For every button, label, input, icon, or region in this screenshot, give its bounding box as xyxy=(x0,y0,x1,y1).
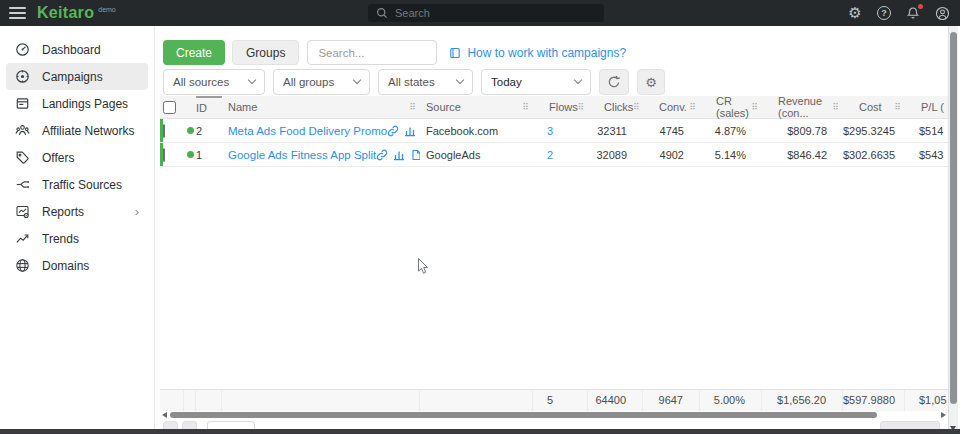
sidebar-item-offers[interactable]: Offers xyxy=(6,144,148,171)
drag-handle-icon[interactable]: ⠿ xyxy=(832,102,839,112)
user-account-icon[interactable] xyxy=(934,5,950,21)
campaign-name-link[interactable]: Google Ads Fitness App Split xyxy=(228,149,376,161)
drag-handle-icon[interactable]: ⠿ xyxy=(894,102,901,112)
campaign-note-icon[interactable] xyxy=(410,149,420,161)
row-checkbox[interactable] xyxy=(163,124,165,138)
refresh-button[interactable] xyxy=(599,69,629,95)
sources-filter-select[interactable]: All sources xyxy=(163,69,265,95)
column-header-cost[interactable]: Cost⠿ xyxy=(843,96,905,118)
drag-handle-icon[interactable]: ⠿ xyxy=(578,102,585,112)
notifications-bell-icon[interactable] xyxy=(905,5,921,21)
sidebar-item-traffic-sources[interactable]: Traffic Sources xyxy=(6,171,148,198)
vertical-scrollbar xyxy=(948,26,958,434)
landings-pages-icon xyxy=(14,96,30,112)
logo-demo-badge: demo xyxy=(98,6,116,13)
campaign-stats-icon[interactable] xyxy=(393,149,405,161)
sidebar: Dashboard Campaigns Landings Pages Affil… xyxy=(0,26,155,434)
topbar: Keitaro demo ⚙ ? xyxy=(0,0,960,26)
conversions-value: 4902 xyxy=(643,149,700,161)
flows-count-link[interactable]: 2 xyxy=(547,149,553,161)
window-bottom-edge xyxy=(0,429,960,434)
horizontal-scrollbar-thumb[interactable] xyxy=(170,412,877,418)
date-range-select[interactable]: Today xyxy=(481,69,591,95)
gear-icon: ⚙ xyxy=(645,76,657,89)
column-header-name[interactable]: Name⠿ xyxy=(222,96,420,118)
sidebar-item-reports[interactable]: Reports › xyxy=(6,198,148,225)
domains-globe-icon xyxy=(14,258,30,274)
campaign-stats-icon[interactable] xyxy=(404,125,416,137)
refresh-icon xyxy=(607,75,621,89)
clicks-value: 32311 xyxy=(588,125,643,137)
campaign-search-input[interactable] xyxy=(307,40,437,65)
column-header-revenue[interactable]: Revenue (con...⠿ xyxy=(762,96,843,118)
column-header-conv[interactable]: Conv.⠿ xyxy=(643,96,700,118)
reports-icon xyxy=(14,204,30,220)
sidebar-item-trends[interactable]: Trends xyxy=(6,225,148,252)
drag-handle-icon[interactable]: ⠿ xyxy=(409,102,416,112)
clicks-value: 32089 xyxy=(588,149,643,161)
drag-handle-icon[interactable]: ⠿ xyxy=(751,102,758,112)
groups-button[interactable]: Groups xyxy=(232,40,299,65)
cr-value: 4.87% xyxy=(700,125,762,137)
flows-count-link[interactable]: 3 xyxy=(547,125,553,137)
row-checkbox[interactable] xyxy=(163,148,165,162)
traffic-sources-icon xyxy=(14,177,30,193)
pl-value: $543 xyxy=(905,149,948,161)
drag-handle-icon[interactable]: ⠿ xyxy=(689,102,696,112)
totals-pl: $1,05 xyxy=(905,390,948,411)
drag-handle-icon[interactable]: ⠿ xyxy=(522,102,529,112)
create-button[interactable]: Create xyxy=(163,40,225,65)
column-header-flows[interactable]: Flows⠿ xyxy=(533,96,588,118)
table-settings-button[interactable]: ⚙ xyxy=(637,69,665,95)
campaign-id: 2 xyxy=(196,125,222,137)
status-column-header xyxy=(184,96,196,118)
totals-conv: 9647 xyxy=(643,390,700,411)
global-search[interactable] xyxy=(368,4,604,22)
revenue-value: $846.42 xyxy=(762,149,843,161)
column-header-clicks[interactable]: Clicks⠿ xyxy=(588,96,643,118)
chevron-down-icon xyxy=(574,76,582,84)
totals-revenue: $1,656.20 xyxy=(762,390,843,411)
column-header-id[interactable]: ID xyxy=(196,96,222,118)
cost-value: $295.3245 xyxy=(843,125,905,137)
campaigns-toolbar: Create Groups How to work with campaigns… xyxy=(163,40,626,65)
main-content: Create Groups How to work with campaigns… xyxy=(156,26,948,434)
search-icon xyxy=(376,7,388,19)
help-campaigns-link[interactable]: How to work with campaigns? xyxy=(449,46,626,60)
revenue-value: $809.78 xyxy=(762,125,843,137)
sidebar-item-affiliate-networks[interactable]: Affiliate Networks xyxy=(6,117,148,144)
sidebar-item-campaigns[interactable]: Campaigns xyxy=(6,63,148,90)
column-header-source[interactable]: Source⠿ xyxy=(420,96,533,118)
sidebar-item-dashboard[interactable]: Dashboard xyxy=(6,36,148,63)
column-header-pl[interactable]: P/L ( xyxy=(905,96,948,118)
campaign-link-icon[interactable] xyxy=(376,149,388,161)
totals-cr: 5.00% xyxy=(700,390,762,411)
help-icon[interactable]: ? xyxy=(876,5,892,21)
campaign-source: GoogleAds xyxy=(420,149,533,161)
notification-badge xyxy=(918,4,923,9)
campaign-name-link[interactable]: Meta Ads Food Delivery Promo xyxy=(228,125,387,137)
scroll-right-arrow-icon[interactable] xyxy=(941,412,946,418)
settings-gear-icon[interactable]: ⚙ xyxy=(847,5,863,21)
groups-filter-select[interactable]: All groups xyxy=(273,69,370,95)
vertical-scrollbar-thumb[interactable] xyxy=(950,32,957,404)
sidebar-item-landings-pages[interactable]: Landings Pages xyxy=(6,90,148,117)
table-row: 2 Meta Ads Food Delivery Promo ··· Faceb… xyxy=(160,119,948,143)
states-filter-select[interactable]: All states xyxy=(378,69,473,95)
status-active-dot xyxy=(187,127,194,134)
campaign-link-icon[interactable] xyxy=(387,125,399,137)
select-all-checkbox[interactable] xyxy=(163,101,176,114)
global-search-input[interactable] xyxy=(395,7,575,19)
conversions-value: 4745 xyxy=(643,125,700,137)
drag-handle-icon[interactable]: ⠿ xyxy=(633,102,640,112)
trends-icon xyxy=(14,231,30,247)
dashboard-icon xyxy=(14,42,30,58)
pl-value: $514 xyxy=(905,125,948,137)
totals-row: 5 64400 9647 5.00% $1,656.20 $597.9880 $… xyxy=(160,389,948,411)
hamburger-menu-icon[interactable] xyxy=(9,7,26,19)
totals-clicks: 64400 xyxy=(588,390,643,411)
sidebar-item-domains[interactable]: Domains xyxy=(6,252,148,279)
totals-flows: 5 xyxy=(533,390,588,411)
column-header-cr-sales[interactable]: CR (sales)⠿ xyxy=(700,96,762,118)
scroll-left-arrow-icon[interactable] xyxy=(162,412,167,418)
